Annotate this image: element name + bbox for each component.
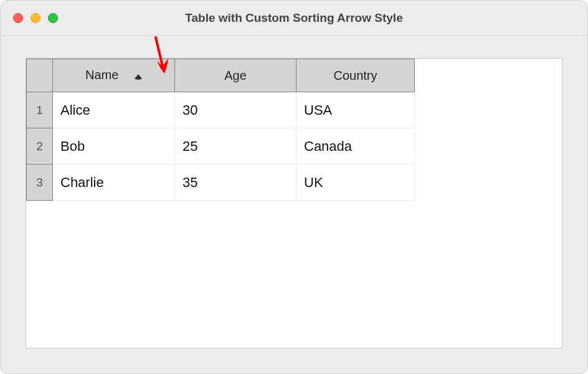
window-title: Table with Custom Sorting Arrow Style bbox=[13, 11, 575, 25]
cell-age[interactable]: 30 bbox=[175, 92, 296, 128]
column-header-label: Name bbox=[85, 68, 118, 82]
column-header-label: Country bbox=[333, 69, 377, 82]
maximize-icon[interactable] bbox=[48, 13, 58, 23]
column-header-age[interactable]: Age bbox=[175, 59, 296, 92]
titlebar: Table with Custom Sorting Arrow Style bbox=[1, 1, 587, 36]
cell-age[interactable]: 35 bbox=[175, 165, 296, 201]
row-header[interactable]: 2 bbox=[27, 128, 53, 165]
cell-name[interactable]: Charlie bbox=[53, 165, 175, 201]
cell-age[interactable]: 25 bbox=[175, 128, 296, 165]
minimize-icon[interactable] bbox=[31, 13, 40, 23]
table-row: 1 Alice 30 USA bbox=[27, 92, 415, 128]
column-header-name[interactable]: Name bbox=[53, 59, 175, 92]
data-table: Name Age Country bbox=[26, 59, 415, 201]
column-header-label: Age bbox=[224, 69, 247, 82]
column-header-country[interactable]: Country bbox=[296, 59, 415, 92]
cell-country[interactable]: Canada bbox=[296, 128, 415, 165]
row-header[interactable]: 1 bbox=[27, 92, 53, 128]
row-header[interactable]: 3 bbox=[27, 165, 53, 201]
cell-name[interactable]: Alice bbox=[53, 92, 175, 128]
app-window: Table with Custom Sorting Arrow Style Na… bbox=[0, 0, 588, 374]
content-area: Name Age Country bbox=[1, 36, 587, 373]
table-corner[interactable] bbox=[27, 59, 53, 92]
cell-country[interactable]: UK bbox=[296, 165, 415, 201]
table-row: 2 Bob 25 Canada bbox=[27, 128, 415, 165]
cell-country[interactable]: USA bbox=[296, 92, 415, 128]
traffic-lights bbox=[13, 13, 58, 23]
cell-name[interactable]: Bob bbox=[53, 128, 175, 165]
table-row: 3 Charlie 35 UK bbox=[27, 165, 415, 201]
sort-arrow-icon bbox=[135, 69, 142, 83]
close-icon[interactable] bbox=[13, 13, 23, 23]
table-frame: Name Age Country bbox=[26, 58, 562, 348]
